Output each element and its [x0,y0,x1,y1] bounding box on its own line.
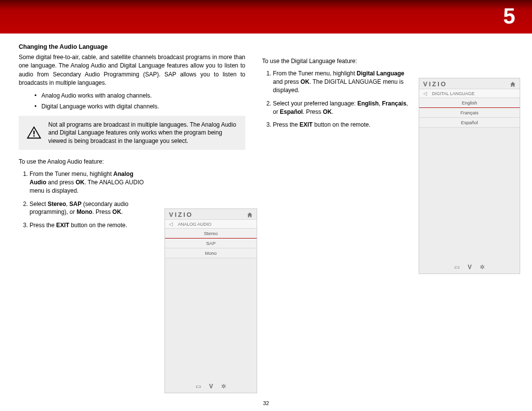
intro-paragraph: Some digital free-to-air, cable, and sat… [19,53,245,88]
digital-steps: From the Tuner menu, highlight Digital L… [262,69,410,129]
panel-crumb: ◁ ANALOG AUDIO [165,219,257,229]
back-arrow-icon: ◁ [169,221,173,227]
column-right: VIZIO ◁ DIGITAL LANGUAGE English Françai… [419,78,520,274]
list-item: Digital Language works with digital chan… [34,103,245,111]
digital-menu-panel: VIZIO ◁ DIGITAL LANGUAGE English Françai… [419,78,520,274]
panel-header: VIZIO [165,209,257,219]
panel-header: VIZIO [419,78,520,89]
analog-menu-panel: VIZIO ◁ ANALOG AUDIO Stereo SAP Mono ▭ V… [165,208,257,393]
panel-crumb: ◁ DIGITAL LANGUAGE [419,89,520,98]
bullet-list: Analog Audio works with analog channels.… [34,92,245,111]
crumb-label: DIGITAL LANGUAGE [432,91,475,96]
v-icon: V [467,264,471,271]
vizio-logo: VIZIO [423,80,447,88]
wide-icon: ▭ [454,264,460,271]
gear-icon: ✲ [221,383,226,390]
menu-option[interactable]: Stereo [165,229,257,239]
warning-icon [27,126,41,139]
column-middle: To use the Digital Language feature: Fro… [262,57,410,134]
v-icon: V [209,383,213,390]
menu-option[interactable]: Français [419,108,520,118]
warning-text: Not all programs are broadcast in multip… [48,121,236,144]
page-number: 32 [263,400,269,406]
menu-option[interactable]: English [419,98,520,108]
vizio-logo: VIZIO [169,211,193,218]
step-item: Select your preferred language: English,… [273,100,410,116]
gear-icon: ✲ [480,264,485,271]
menu-option[interactable]: Español [419,118,520,128]
page-content: Changing the Audio Language Some digital… [19,43,519,411]
section-title: Changing the Audio Language [19,43,245,50]
list-item: Analog Audio works with analog channels. [34,92,245,100]
home-icon [247,212,253,218]
chapter-number: 5 [503,4,515,29]
analog-steps: From the Tuner menu, highlight Analog Au… [19,170,147,230]
svg-rect-1 [33,136,34,137]
panel-footer: ▭ V ✲ [419,264,520,271]
home-icon [510,81,516,87]
digital-lead: To use the Digital Language feature: [262,57,410,66]
chapter-header: 5 [0,0,532,34]
step-item: From the Tuner menu, highlight Digital L… [273,69,410,94]
step-item: Press the EXIT button on the remote. [273,121,410,129]
menu-option[interactable]: SAP [165,239,257,248]
menu-option[interactable]: Mono [165,248,257,258]
step-item: Press the EXIT button on the remote. [30,221,147,230]
step-item: Select Stereo, SAP (secondary audio prog… [30,200,147,217]
back-arrow-icon: ◁ [423,91,427,96]
svg-rect-0 [33,131,34,135]
warning-box: Not all programs are broadcast in multip… [19,116,245,150]
step-item: From the Tuner menu, highlight Analog Au… [30,170,147,195]
analog-lead: To use the Analog Audio feature: [19,158,245,166]
panel-footer: ▭ V ✲ [165,383,257,390]
column-left: Changing the Audio Language Some digital… [19,43,245,235]
wide-icon: ▭ [196,383,201,390]
crumb-label: ANALOG AUDIO [178,222,211,227]
